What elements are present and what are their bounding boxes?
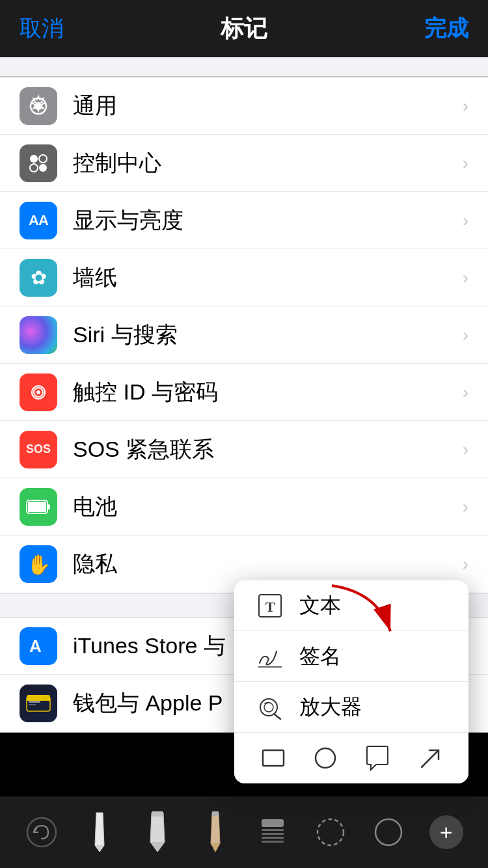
siri-label: Siri 与搜索 xyxy=(73,320,457,350)
svg-point-27 xyxy=(27,818,56,847)
settings-row-display[interactable]: AA 显示与亮度 › xyxy=(0,192,488,249)
drawing-toolbar: + xyxy=(0,796,488,868)
settings-row-wallpaper[interactable]: ✿ 墙纸 › xyxy=(0,249,488,306)
signature-label: 签名 xyxy=(299,642,341,671)
svg-text:T: T xyxy=(265,599,275,615)
wallpaper-icon: ✿ xyxy=(20,259,57,297)
svg-point-35 xyxy=(318,819,344,845)
wallpaper-chevron: › xyxy=(463,267,468,288)
privacy-chevron: › xyxy=(463,554,468,575)
privacy-icon: ✋ xyxy=(20,545,57,583)
sos-label: SOS 紧急联系 xyxy=(73,435,457,465)
settings-group-1: 通用 › 控制中心 › AA 显示与亮度 › ✿ 墙纸 xyxy=(0,77,488,593)
svg-point-4 xyxy=(30,164,38,172)
settings-row-general[interactable]: 通用 › xyxy=(0,77,488,135)
display-label: 显示与亮度 xyxy=(73,206,457,236)
battery-label: 电池 xyxy=(73,492,457,522)
shape-arrow[interactable] xyxy=(413,742,446,774)
svg-rect-32 xyxy=(262,833,284,835)
magnifier-icon xyxy=(254,691,286,724)
sos-chevron: › xyxy=(463,439,468,460)
privacy-label: 隐私 xyxy=(73,549,457,579)
control-chevron: › xyxy=(463,153,468,174)
control-label: 控制中心 xyxy=(73,148,457,178)
battery-chevron: › xyxy=(463,496,468,517)
svg-point-2 xyxy=(30,155,38,163)
battery-icon xyxy=(20,488,57,526)
popup-item-text[interactable]: T 文本 xyxy=(234,580,468,631)
popup-item-magnifier[interactable]: 放大器 xyxy=(234,682,468,733)
wallet-icon xyxy=(20,685,57,722)
svg-rect-34 xyxy=(262,841,284,843)
signature-icon xyxy=(254,640,286,673)
settings-row-battery[interactable]: 电池 › xyxy=(0,478,488,536)
svg-rect-33 xyxy=(262,837,284,839)
done-button[interactable]: 完成 xyxy=(424,14,468,44)
shape-circle[interactable] xyxy=(309,742,342,774)
pencil-tool[interactable] xyxy=(189,806,241,858)
display-chevron: › xyxy=(463,210,468,231)
shape-rectangle[interactable] xyxy=(257,742,290,774)
siri-chevron: › xyxy=(463,325,468,346)
svg-rect-29 xyxy=(212,811,219,816)
control-icon xyxy=(20,144,57,182)
add-button[interactable]: + xyxy=(420,806,472,858)
circle-tool[interactable] xyxy=(362,806,414,858)
svg-rect-23 xyxy=(263,750,284,766)
svg-rect-28 xyxy=(152,811,163,817)
eraser-tool[interactable] xyxy=(247,806,299,858)
settings-row-sos[interactable]: SOS SOS 紧急联系 › xyxy=(0,421,488,478)
svg-line-21 xyxy=(275,714,280,719)
touchid-label: 触控 ID 与密码 xyxy=(73,377,457,407)
nav-bar: 取消 标记 完成 xyxy=(0,0,488,57)
svg-point-5 xyxy=(39,164,47,172)
svg-rect-30 xyxy=(262,819,284,827)
svg-point-3 xyxy=(39,155,47,163)
settings-row-control[interactable]: 控制中心 › xyxy=(0,135,488,192)
svg-point-22 xyxy=(264,703,273,712)
page-title: 标记 xyxy=(221,13,267,45)
touchid-chevron: › xyxy=(463,382,468,403)
svg-point-20 xyxy=(260,699,277,716)
popup-menu: T 文本 签名 放大器 xyxy=(234,580,468,783)
display-icon: AA xyxy=(20,202,57,239)
siri-icon xyxy=(20,316,57,354)
partial-top-row xyxy=(0,57,488,77)
shape-speech-bubble[interactable] xyxy=(361,742,394,774)
svg-rect-14 xyxy=(27,699,50,701)
undo-tool[interactable] xyxy=(16,806,68,858)
wallpaper-label: 墙纸 xyxy=(73,263,457,293)
svg-line-25 xyxy=(422,750,439,767)
svg-rect-15 xyxy=(29,701,40,703)
popup-item-signature[interactable]: 签名 xyxy=(234,631,468,682)
svg-point-24 xyxy=(316,748,335,768)
general-chevron: › xyxy=(463,96,468,116)
svg-rect-16 xyxy=(29,704,36,705)
general-icon xyxy=(20,87,57,125)
itunes-icon: A xyxy=(20,627,57,665)
add-icon: + xyxy=(429,815,463,849)
touchid-icon xyxy=(20,373,57,411)
cancel-button[interactable]: 取消 xyxy=(20,14,64,44)
settings-row-touchid[interactable]: 触控 ID 与密码 › xyxy=(0,364,488,421)
popup-shapes-row xyxy=(234,733,468,783)
sos-icon: SOS xyxy=(20,431,57,468)
svg-rect-31 xyxy=(262,829,284,831)
svg-rect-9 xyxy=(47,504,50,509)
general-label: 通用 xyxy=(73,91,457,121)
svg-rect-10 xyxy=(28,502,46,512)
pen-tool[interactable] xyxy=(74,806,126,858)
magnifier-label: 放大器 xyxy=(299,693,362,722)
text-icon: T xyxy=(254,590,286,622)
lasso-tool[interactable] xyxy=(305,806,357,858)
text-label: 文本 xyxy=(299,591,341,620)
svg-point-7 xyxy=(36,390,40,394)
marker-tool[interactable] xyxy=(131,806,183,858)
settings-row-siri[interactable]: Siri 与搜索 › xyxy=(0,306,488,364)
svg-point-36 xyxy=(375,819,401,845)
svg-text:A: A xyxy=(29,636,42,656)
